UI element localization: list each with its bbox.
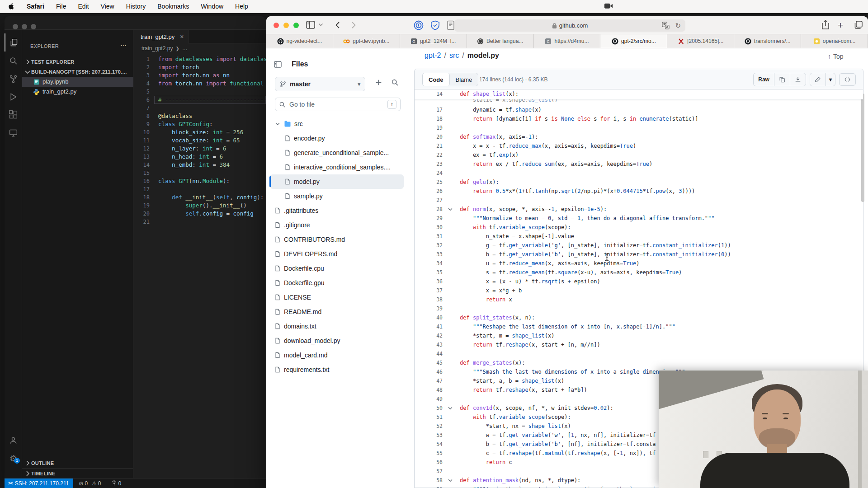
menu-item-bookmarks[interactable]: Bookmarks	[157, 3, 189, 10]
collapse-panel-icon[interactable]	[271, 57, 284, 71]
problems-indicator[interactable]: ⊘ 0 ⚠ 0	[79, 480, 101, 487]
code-line-7[interactable]: 7	[133, 104, 266, 112]
tree-item-domains.txt[interactable]: domains.txt	[270, 319, 404, 333]
code-line-31[interactable]: 31 n_state = x.shape[-1].value	[415, 232, 863, 241]
code-line-22[interactable]: 22 ex = tf.exp(x)	[415, 150, 863, 160]
tree-item-model_card.md[interactable]: model_card.md	[270, 348, 404, 362]
shield-extension-icon[interactable]	[430, 20, 440, 31]
extension-icon[interactable]	[447, 20, 455, 30]
menu-item-file[interactable]: File	[56, 3, 66, 10]
code-line-4[interactable]: 4from torch.nn import functional	[133, 80, 266, 88]
reload-icon[interactable]: ↻	[675, 22, 681, 29]
settings-gear-icon[interactable]: ⚙1	[5, 449, 22, 467]
safari-tab-openai-com...[interactable]: openai-com...	[801, 34, 868, 48]
menu-item-history[interactable]: History	[126, 3, 146, 10]
go-to-file-input[interactable]: Go to file t	[275, 98, 401, 111]
code-line-30[interactable]: 30 with tf.variable_scope(scope):	[415, 223, 863, 232]
download-icon[interactable]	[790, 73, 806, 86]
code-line-19[interactable]: 19 super().__init__()	[133, 202, 266, 210]
sidebar-chevron-icon[interactable]	[318, 23, 323, 27]
ports-indicator[interactable]: 0	[111, 480, 122, 487]
code-line-12[interactable]: 12 n_layer: int = 6	[133, 145, 266, 153]
back-to-top-button[interactable]: ↑ Top	[828, 53, 844, 60]
account-icon[interactable]	[5, 431, 22, 449]
explorer-file-train_gpt2.py[interactable]: train_gpt2.py	[22, 87, 133, 97]
menu-item-view[interactable]: View	[101, 3, 114, 10]
source-control-icon[interactable]	[5, 70, 22, 88]
explorer-file-play.ipynb[interactable]: play.ipynb	[22, 77, 133, 87]
tree-item-README.md[interactable]: README.md	[270, 305, 404, 319]
code-line-11[interactable]: 11 vocab_size: int = 65	[133, 136, 266, 145]
code-line-35[interactable]: 35 s = tf.reduce_mean(tf.square(x-u), ax…	[415, 268, 863, 277]
fold-chevron-icon[interactable]	[447, 405, 453, 411]
code-line-41[interactable]: 41 """Reshape the last dimension of x in…	[415, 322, 863, 331]
timeline-section[interactable]: TIMELINE	[22, 468, 133, 478]
code-line-9[interactable]: 9class GPTConfig:	[133, 120, 266, 128]
tree-item-.gitattributes[interactable]: .gitattributes	[270, 203, 404, 218]
close-button[interactable]	[274, 23, 279, 28]
code-line-6[interactable]: 6# -------------------------------------…	[133, 96, 266, 104]
code-line-25[interactable]: 25def gelu(x):	[415, 178, 863, 187]
search-icon[interactable]	[5, 52, 22, 70]
safari-tab-Better langua...[interactable]: Better langua...	[467, 34, 534, 48]
code-line-26[interactable]: 26 return 0.5*x*(1+tf.tanh(np.sqrt(2/np.…	[415, 187, 863, 196]
code-line-14[interactable]: 14def shape_list(x):	[415, 89, 863, 99]
code-line-34[interactable]: 34 u = tf.reduce_mean(x, axis=axis, keep…	[415, 259, 863, 268]
menu-item-window[interactable]: Window	[201, 3, 223, 10]
sidebar-toggle-icon[interactable]	[306, 21, 315, 29]
tab-overview-icon[interactable]	[854, 20, 863, 29]
code-line-37[interactable]: 37 x = x*g + b	[415, 286, 863, 295]
code-line-43[interactable]: 43 return tf.reshape(x, start + [n, m//n…	[415, 340, 863, 349]
safari-tab-gpt-2/src/mo...[interactable]: gpt-2/src/mo...	[600, 34, 667, 48]
breadcrumb[interactable]: train_gpt2.py ❯ …	[133, 43, 266, 53]
code-editor-content[interactable]: 1from dataclasses import dataclas2import…	[133, 55, 266, 226]
search-tree-icon[interactable]	[391, 79, 399, 86]
code-line-42[interactable]: 42 *start, m = shape_list(x)	[415, 331, 863, 340]
tree-item-download_model.py[interactable]: download_model.py	[270, 333, 404, 348]
more-actions-icon[interactable]: ⋯	[120, 42, 127, 49]
code-line-10[interactable]: 10 block_size: int = 256	[133, 128, 266, 136]
branch-selector[interactable]: master ▾	[275, 77, 365, 91]
code-line-27[interactable]: 27	[415, 196, 863, 205]
remote-explorer-icon[interactable]	[5, 124, 22, 142]
apple-menu-icon[interactable]	[8, 3, 15, 10]
code-line-39[interactable]: 39	[415, 304, 863, 313]
tree-item-interactive_conditional_samples....[interactable]: interactive_conditional_samples....	[270, 160, 404, 174]
tree-item-LICENSE[interactable]: LICENSE	[270, 290, 404, 305]
zoom-button[interactable]	[31, 24, 36, 29]
tree-item-model.py[interactable]: model.py	[270, 174, 404, 189]
menu-item-edit[interactable]: Edit	[78, 3, 89, 10]
edit-pencil-icon[interactable]	[810, 73, 826, 86]
run-debug-icon[interactable]	[5, 88, 22, 106]
code-line-20[interactable]: 20def softmax(x, axis=-1):	[415, 132, 863, 141]
safari-tab-ng-video-lect...[interactable]: ng-video-lect...	[266, 34, 333, 48]
close-button[interactable]	[13, 24, 18, 29]
tree-item-Dockerfile.gpu[interactable]: Dockerfile.gpu	[270, 276, 404, 290]
minimize-button[interactable]	[22, 24, 27, 29]
code-line-15[interactable]: 15	[133, 169, 266, 177]
code-line-36[interactable]: 36 x = (x - u) * tf.rsqrt(s + epsilon)	[415, 277, 863, 286]
safari-tab-[2005.14165]...[interactable]: [2005.14165]...	[667, 34, 734, 48]
address-bar[interactable]: github.com ↻	[454, 19, 685, 32]
code-line-18[interactable]: 18 def __init__(self, config):	[133, 193, 266, 202]
code-line-[interactable]: static = x.shape.as_list()	[415, 99, 863, 104]
code-line-16[interactable]: 16class GPT(nn.Module):	[133, 177, 266, 185]
zoom-button[interactable]	[293, 23, 299, 28]
safari-tab-https://d4mu...[interactable]: Chttps://d4mu...	[534, 34, 601, 48]
raw-button[interactable]: Raw	[754, 73, 774, 86]
editor-pane[interactable]: train_gpt2.py × train_gpt2.py ❯ … 1from …	[133, 30, 266, 478]
tree-item-CONTRIBUTORS.md[interactable]: CONTRIBUTORS.md	[270, 232, 404, 247]
code-line-32[interactable]: 32 g = tf.get_variable('g', [n_state], i…	[415, 241, 863, 250]
code-line-19[interactable]: 19	[415, 123, 863, 132]
code-line-21[interactable]: 21 x = x - tf.reduce_max(x, axis=axis, k…	[415, 141, 863, 150]
code-line-28[interactable]: 28def norm(x, scope, *, axis=-1, epsilon…	[415, 205, 863, 214]
code-line-23[interactable]: 23 return ex / tf.reduce_sum(ex, axis=ax…	[415, 160, 863, 169]
translate-icon[interactable]	[662, 22, 670, 29]
tree-item-encoder.py[interactable]: encoder.py	[270, 131, 404, 145]
code-line-44[interactable]: 44	[415, 349, 863, 358]
code-line-21[interactable]: 21	[133, 218, 266, 226]
code-line-33[interactable]: 33 b = tf.get_variable('b', [n_state], i…	[415, 250, 863, 259]
tree-item-sample.py[interactable]: sample.py	[270, 189, 404, 203]
tab-train-gpt2[interactable]: train_gpt2.py ×	[133, 30, 189, 43]
code-line-20[interactable]: 20 self.config = config	[133, 210, 266, 218]
